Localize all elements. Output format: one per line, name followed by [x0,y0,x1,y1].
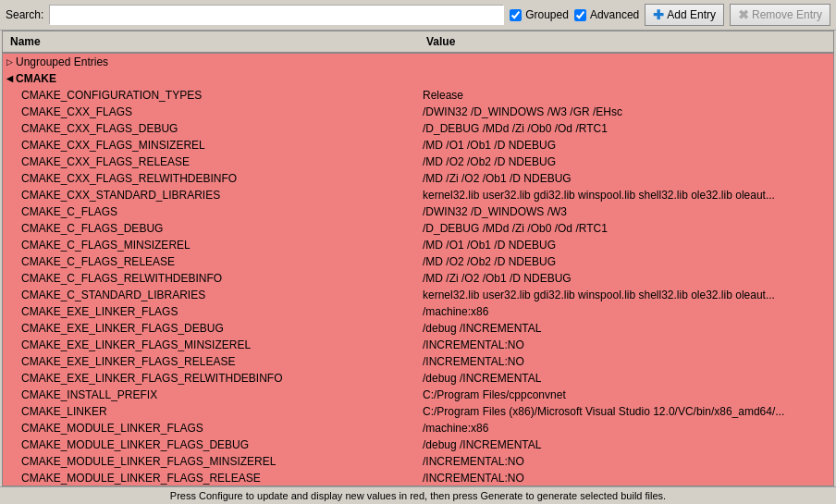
search-input[interactable] [49,5,504,25]
cell-value: /INCREMENTAL:NO [419,353,833,370]
remove-icon: ✖ [738,7,749,22]
table-row[interactable]: CMAKE_INSTALL_PREFIXC:/Program Files/cpp… [3,387,833,403]
advanced-label[interactable]: Advanced [590,8,639,21]
cell-name: ◀ CMAKE [3,70,419,87]
cell-name: CMAKE_C_FLAGS_DEBUG [3,220,419,237]
cell-value: /INCREMENTAL:NO [419,337,833,353]
cell-name: CMAKE_CXX_FLAGS_MINSIZEREL [3,137,419,154]
search-label: Search: [6,8,43,21]
cell-value: /INCREMENTAL:NO [419,470,833,486]
cell-value: /DWIN32 /D_WINDOWS /W3 /GR /EHsc [419,104,833,120]
cell-value: /debug /INCREMENTAL [419,370,833,387]
table-row[interactable]: CMAKE_C_FLAGS_RELEASE/MD /O2 /Ob2 /D NDE… [3,253,833,270]
cell-name: CMAKE_MODULE_LINKER_FLAGS_RELEASE [3,470,419,486]
cell-name: CMAKE_CXX_STANDARD_LIBRARIES [3,187,419,203]
cell-value: /MD /O2 /Ob2 /D NDEBUG [419,154,833,170]
cell-name: CMAKE_MODULE_LINKER_FLAGS [3,420,419,436]
table-row[interactable]: CMAKE_C_FLAGS_MINSIZEREL/MD /O1 /Ob1 /D … [3,237,833,253]
cell-value [419,54,833,70]
cell-name: CMAKE_LINKER [3,403,419,420]
cell-name: ▷ Ungrouped Entries [3,54,419,70]
expand-icon[interactable]: ▷ [6,57,13,67]
cell-name: CMAKE_EXE_LINKER_FLAGS_RELEASE [3,353,419,370]
cell-name: CMAKE_CXX_FLAGS_RELWITHDEBINFO [3,170,419,187]
cell-name: CMAKE_C_FLAGS_MINSIZEREL [3,237,419,253]
advanced-checkbox-group: Advanced [574,8,639,21]
cell-name: CMAKE_C_STANDARD_LIBRARIES [3,287,419,303]
grouped-checkbox-group: Grouped [510,8,569,21]
table-row[interactable]: CMAKE_MODULE_LINKER_FLAGS_DEBUG/debug /I… [3,436,833,453]
table-row[interactable]: CMAKE_EXE_LINKER_FLAGS_RELWITHDEBINFO/de… [3,370,833,387]
table-row[interactable]: ◀ CMAKE [3,70,833,87]
cell-name: CMAKE_EXE_LINKER_FLAGS_RELWITHDEBINFO [3,370,419,387]
table-row[interactable]: CMAKE_C_FLAGS /DWIN32 /D_WINDOWS /W3 [3,203,833,220]
cell-value: /machine:x86 [419,420,833,436]
cell-value: /D_DEBUG /MDd /Zi /Ob0 /Od /RTC1 [419,220,833,237]
table-row[interactable]: CMAKE_EXE_LINKER_FLAGS_DEBUG/debug /INCR… [3,320,833,337]
cell-value: C:/Program Files/cppconvnet [419,387,833,403]
cell-value: kernel32.lib user32.lib gdi32.lib winspo… [419,187,833,203]
add-entry-label: Add Entry [667,8,716,21]
table-row[interactable]: ▷ Ungrouped Entries [3,54,833,70]
cell-name: CMAKE_EXE_LINKER_FLAGS_DEBUG [3,320,419,337]
status-text: Press Configure to update and display ne… [170,490,666,501]
add-icon: ✚ [653,7,664,22]
table-row[interactable]: CMAKE_CXX_FLAGS_RELWITHDEBINFO/MD /Zi /O… [3,170,833,187]
table-row[interactable]: CMAKE_LINKERC:/Program Files (x86)/Micro… [3,403,833,420]
toolbar: Search: Grouped Advanced ✚ Add Entry ✖ R… [0,0,836,31]
table-row[interactable]: CMAKE_EXE_LINKER_FLAGS/machine:x86 [3,303,833,320]
cell-name: CMAKE_MODULE_LINKER_FLAGS_DEBUG [3,436,419,453]
cell-value: Release [419,87,833,104]
cell-name: CMAKE_INSTALL_PREFIX [3,387,419,403]
cell-value: /MD /Zi /O2 /Ob1 /D NDEBUG [419,170,833,187]
table-row[interactable]: CMAKE_CXX_FLAGS /DWIN32 /D_WINDOWS /W3 /… [3,104,833,120]
cell-value: /MD /O2 /Ob2 /D NDEBUG [419,253,833,270]
cell-name: CMAKE_MODULE_LINKER_FLAGS_MINSIZEREL [3,453,419,470]
col-value-header: Value [419,33,833,50]
table-row[interactable]: CMAKE_MODULE_LINKER_FLAGS/machine:x86 [3,420,833,436]
cell-value: kernel32.lib user32.lib gdi32.lib winspo… [419,287,833,303]
cell-name: CMAKE_CXX_FLAGS_RELEASE [3,154,419,170]
cell-value: /MD /Zi /O2 /Ob1 /D NDEBUG [419,270,833,287]
cell-value [419,70,833,87]
table-header: Name Value [3,31,833,54]
table-row[interactable]: CMAKE_CXX_FLAGS_DEBUG/D_DEBUG /MDd /Zi /… [3,120,833,137]
table-row[interactable]: CMAKE_MODULE_LINKER_FLAGS_MINSIZEREL/INC… [3,453,833,470]
collapse-icon[interactable]: ◀ [6,74,13,83]
table-body[interactable]: ▷ Ungrouped Entries◀ CMAKECMAKE_CONFIGUR… [3,54,833,486]
table-row[interactable]: CMAKE_EXE_LINKER_FLAGS_RELEASE/INCREMENT… [3,353,833,370]
table-row[interactable]: CMAKE_CONFIGURATION_TYPESRelease [3,87,833,104]
grouped-checkbox[interactable] [510,9,522,21]
cell-value: /INCREMENTAL:NO [419,453,833,470]
table-row[interactable]: CMAKE_CXX_STANDARD_LIBRARIESkernel32.lib… [3,187,833,203]
cell-name: CMAKE_EXE_LINKER_FLAGS_MINSIZEREL [3,337,419,353]
cell-value: /DWIN32 /D_WINDOWS /W3 [419,203,833,220]
cell-name: CMAKE_CONFIGURATION_TYPES [3,87,419,104]
table-row[interactable]: CMAKE_MODULE_LINKER_FLAGS_RELEASE/INCREM… [3,470,833,486]
table-row[interactable]: CMAKE_CXX_FLAGS_MINSIZEREL/MD /O1 /Ob1 /… [3,137,833,154]
col-name-header: Name [3,33,419,50]
cell-name: CMAKE_C_FLAGS_RELWITHDEBINFO [3,270,419,287]
add-entry-button[interactable]: ✚ Add Entry [645,4,724,26]
status-bar: Press Configure to update and display ne… [0,486,836,504]
table-row[interactable]: CMAKE_EXE_LINKER_FLAGS_MINSIZEREL/INCREM… [3,337,833,353]
cell-value: /debug /INCREMENTAL [419,436,833,453]
table-row[interactable]: CMAKE_C_FLAGS_DEBUG/D_DEBUG /MDd /Zi /Ob… [3,220,833,237]
cell-name: CMAKE_C_FLAGS [3,203,419,220]
cell-name: CMAKE_CXX_FLAGS [3,104,419,120]
cell-name: CMAKE_CXX_FLAGS_DEBUG [3,120,419,137]
remove-entry-button[interactable]: ✖ Remove Entry [730,4,830,26]
cell-value: /MD /O1 /Ob1 /D NDEBUG [419,137,833,154]
table-row[interactable]: CMAKE_C_STANDARD_LIBRARIESkernel32.lib u… [3,287,833,303]
advanced-checkbox[interactable] [574,9,586,21]
cell-value: /D_DEBUG /MDd /Zi /Ob0 /Od /RTC1 [419,120,833,137]
cell-value: /debug /INCREMENTAL [419,320,833,337]
cell-name: CMAKE_C_FLAGS_RELEASE [3,253,419,270]
cell-value: /MD /O1 /Ob1 /D NDEBUG [419,237,833,253]
remove-entry-label: Remove Entry [752,8,822,21]
table-row[interactable]: CMAKE_CXX_FLAGS_RELEASE/MD /O2 /Ob2 /D N… [3,154,833,170]
cmake-table: Name Value ▷ Ungrouped Entries◀ CMAKECMA… [2,31,834,486]
table-row[interactable]: CMAKE_C_FLAGS_RELWITHDEBINFO/MD /Zi /O2 … [3,270,833,287]
grouped-label[interactable]: Grouped [525,8,569,21]
cell-name: CMAKE_EXE_LINKER_FLAGS [3,303,419,320]
